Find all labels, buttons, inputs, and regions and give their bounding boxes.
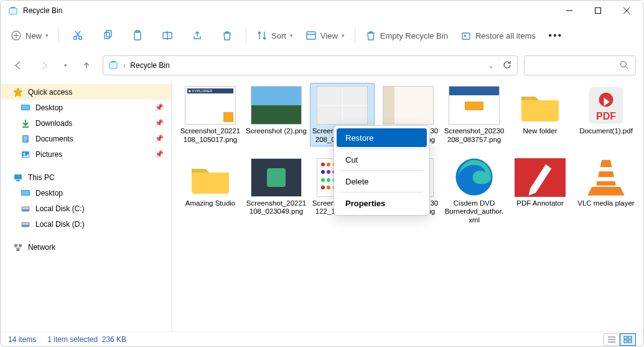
pin-icon: 📌 xyxy=(155,119,164,127)
sidebar-localc-label: Local Disk (C:) xyxy=(35,204,85,213)
new-button[interactable]: New ▾ xyxy=(6,24,54,47)
svg-line-10 xyxy=(76,31,80,37)
svg-rect-40 xyxy=(22,225,29,227)
svg-line-11 xyxy=(75,31,80,37)
svg-rect-18 xyxy=(307,32,315,39)
file-label: Screenshot (2).png xyxy=(246,127,307,136)
file-thumbnail xyxy=(449,158,500,197)
sidebar-documents[interactable]: Documents 📌 xyxy=(1,131,171,146)
sidebar-quick-access[interactable]: Quick access xyxy=(1,84,171,100)
svg-rect-13 xyxy=(106,31,111,37)
status-count: 14 items xyxy=(8,335,36,344)
icons-view-button[interactable] xyxy=(620,333,636,346)
svg-rect-49 xyxy=(599,168,614,172)
sidebar-local-d[interactable]: Local Disk (D:) xyxy=(1,216,171,232)
back-button[interactable] xyxy=(8,55,28,75)
recycle-bin-icon xyxy=(8,6,18,16)
file-thumbnail xyxy=(251,86,302,125)
sidebar-downloads-label: Downloads xyxy=(35,119,72,128)
file-tile[interactable]: New folder xyxy=(508,83,572,146)
svg-point-22 xyxy=(621,61,627,67)
chevron-right-icon: › xyxy=(123,62,125,69)
svg-rect-38 xyxy=(22,209,29,211)
sort-label: Sort xyxy=(271,31,286,40)
context-restore[interactable]: Restore xyxy=(337,128,427,147)
file-label: VLC media player xyxy=(577,199,634,208)
svg-rect-2 xyxy=(595,8,601,14)
restore-all-button[interactable]: Restore all items xyxy=(455,24,541,47)
file-tile[interactable]: PDFDocument(1).pdf xyxy=(574,83,638,146)
view-button[interactable]: View ▾ xyxy=(301,24,350,47)
svg-rect-33 xyxy=(14,174,22,179)
chevron-down-icon: ▾ xyxy=(290,32,293,39)
rename-button[interactable] xyxy=(154,24,181,47)
sidebar-desktop2-label: Desktop xyxy=(35,189,63,197)
sidebar-network[interactable]: Network xyxy=(1,239,171,255)
up-button[interactable] xyxy=(77,55,96,75)
chevron-down-icon[interactable]: ⌄ xyxy=(488,62,493,69)
file-tile[interactable]: Amazing Studio xyxy=(178,155,243,227)
minimize-button[interactable] xyxy=(555,1,584,21)
file-tile[interactable]: PDF Annotator xyxy=(508,155,572,227)
file-thumbnail xyxy=(185,158,236,197)
address-row: ▾ › Recycle Bin ⌄ xyxy=(1,50,643,80)
file-tile[interactable]: Screenshot_20230208_083757.png xyxy=(442,83,506,146)
sidebar-desktop-2[interactable]: Desktop xyxy=(1,185,171,201)
empty-recycle-button[interactable]: Empty Recycle Bin xyxy=(360,24,453,47)
file-tile[interactable]: Cisdem DVD Burnerdvd_author.xml xyxy=(442,155,506,227)
context-delete[interactable]: Delete xyxy=(337,172,427,191)
forward-button[interactable] xyxy=(34,55,54,75)
svg-rect-42 xyxy=(19,244,22,247)
cut-button[interactable] xyxy=(64,24,91,47)
view-switch xyxy=(604,333,636,346)
recent-dropdown[interactable]: ▾ xyxy=(60,55,70,75)
file-label: Screenshot_20221108_023049.png xyxy=(246,199,307,217)
context-cut[interactable]: Cut xyxy=(337,150,427,169)
sidebar-desktop[interactable]: Desktop 📌 xyxy=(1,100,171,115)
file-thumbnail xyxy=(251,158,302,197)
svg-rect-54 xyxy=(624,336,627,339)
refresh-icon[interactable] xyxy=(502,60,512,72)
sidebar-this-pc[interactable]: This PC xyxy=(1,169,171,185)
titlebar: Recycle Bin xyxy=(1,1,643,21)
svg-rect-34 xyxy=(16,180,20,181)
paste-button[interactable] xyxy=(124,24,151,47)
sidebar-downloads[interactable]: Downloads 📌 xyxy=(1,115,171,131)
status-selection: 1 item selected 236 KB xyxy=(47,335,126,344)
context-properties[interactable]: Properties xyxy=(337,194,427,212)
breadcrumb[interactable]: › Recycle Bin ⌄ xyxy=(103,55,518,75)
file-label: Screenshot_20230208_083757.png xyxy=(444,127,505,145)
sidebar-local-c[interactable]: Local Disk (C:) xyxy=(1,201,171,216)
svg-rect-25 xyxy=(22,105,29,110)
svg-rect-43 xyxy=(17,249,20,251)
file-tile[interactable]: Screenshot (2).png xyxy=(244,83,309,146)
search-icon xyxy=(619,60,629,72)
sidebar: Quick access Desktop 📌 Downloads 📌 Docum… xyxy=(1,80,172,333)
restore-all-label: Restore all items xyxy=(475,31,536,40)
svg-rect-41 xyxy=(14,244,17,247)
svg-point-9 xyxy=(79,37,82,40)
file-tile[interactable]: ■ XYPLORERScreenshot_20221108_105017.png xyxy=(178,83,243,146)
file-tile[interactable]: Screenshot_20221108_023049.png xyxy=(244,155,309,227)
svg-rect-0 xyxy=(9,8,17,14)
sidebar-pictures[interactable]: Pictures 📌 xyxy=(1,146,171,162)
sort-button[interactable]: Sort ▾ xyxy=(251,24,298,47)
copy-button[interactable] xyxy=(94,24,121,47)
search-input[interactable] xyxy=(524,55,636,75)
sidebar-desktop-label: Desktop xyxy=(35,103,63,112)
svg-rect-14 xyxy=(134,32,141,40)
file-tile[interactable]: VLC media player xyxy=(574,155,638,227)
file-thumbnail xyxy=(449,86,500,125)
window-title: Recycle Bin xyxy=(23,6,62,15)
details-view-button[interactable] xyxy=(604,333,620,346)
more-button[interactable]: ••• xyxy=(543,30,568,41)
share-button[interactable] xyxy=(184,24,211,47)
recycle-bin-icon xyxy=(108,60,118,72)
file-label: Amazing Studio xyxy=(185,199,236,208)
close-button[interactable] xyxy=(612,1,641,21)
delete-button[interactable] xyxy=(213,24,241,47)
file-label: Screenshot_20221108_105017.png xyxy=(180,127,241,145)
sidebar-pictures-label: Pictures xyxy=(35,150,62,159)
maximize-button[interactable] xyxy=(584,1,612,21)
pin-icon: 📌 xyxy=(155,150,164,158)
